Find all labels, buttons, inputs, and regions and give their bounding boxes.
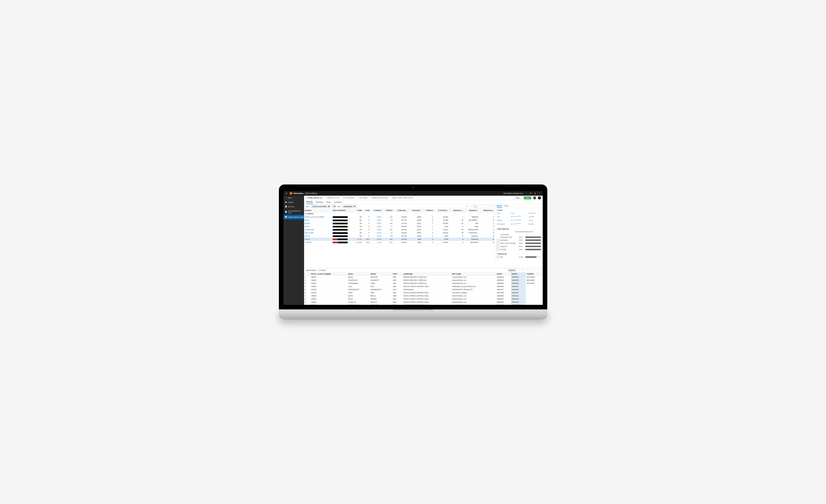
tab-results[interactable]: Results: [306, 201, 313, 204]
tab-definition[interactable]: Definition: [316, 201, 323, 204]
datatype-row[interactable]: varchar(255): [497, 233, 541, 236]
column-name[interactable]: CAMPNO: [304, 241, 332, 244]
col-header[interactable]: % Null: [354, 209, 363, 212]
save-button[interactable]: Save: [513, 196, 522, 199]
table-row[interactable]: YEAR 0% 0 0.43% 57 99.57% 13338 1 100% 4…: [304, 225, 495, 228]
preview-header[interactable]: CAMPNO: [526, 272, 542, 275]
datatype-checkbox[interactable]: [497, 239, 499, 241]
columns-group-header[interactable]: ▾Columns: [304, 212, 495, 215]
table-row[interactable]: CAMPNO 33.81% 4529 4.3% 576 61.89% 8290 …: [304, 241, 495, 244]
datatype-checkbox[interactable]: [497, 245, 499, 248]
datatype-row[interactable]: Integer(8)100%: [497, 245, 541, 248]
trend-header[interactable]: Trend: [497, 209, 541, 212]
datatypes-header[interactable]: Data Types (5): [497, 228, 541, 231]
preview-row[interactable]: 5C87002ARROWCRAFTARROWCRAFT1978SUSPENSIO…: [304, 288, 543, 291]
info-icon[interactable]: ⓘ: [532, 231, 534, 233]
preview-header[interactable]: CDATE: [511, 272, 526, 275]
col-header[interactable]: Maximum ...: [464, 209, 479, 212]
column-name[interactable]: MFR_NAME: [304, 231, 332, 235]
preview-row[interactable]: 2C85007CHEVROLETCELEBRITY1983SERVICE BRA…: [304, 279, 543, 282]
view-select[interactable]: Columns and Rules: [310, 205, 331, 208]
service-dropdown[interactable]: Data Profiling ▾: [305, 192, 317, 194]
help-icon[interactable]: ?: [538, 192, 541, 195]
sidebar-item-0[interactable]: ＋New...: [284, 196, 304, 200]
menu-icon[interactable]: ☰: [285, 192, 288, 195]
tab-rules-right[interactable]: Rules: [504, 205, 509, 208]
col-header[interactable]: Columns: [304, 209, 332, 212]
table-row[interactable]: ODATE 0% 0 5.27% 706 94.73% 12689 1 100%…: [304, 235, 495, 238]
pattern-checkbox[interactable]: [497, 256, 499, 258]
table-row[interactable]: CDATE 27.5% 3683 4.97% 666 67.53% 9046 2…: [304, 238, 495, 241]
view-select-2[interactable]: ▾: [332, 205, 336, 208]
col-header[interactable]: % Non-dist...: [393, 209, 408, 212]
col-header[interactable]: # Non-disti...: [408, 209, 422, 212]
user-icon[interactable]: ☰: [534, 192, 536, 195]
find-input[interactable]: [473, 205, 489, 208]
col-header[interactable]: # Null: [362, 209, 370, 212]
col-header[interactable]: Maximum L...: [449, 209, 464, 212]
preview-row[interactable]: 8C89001BUICKRIVIERA1984VEHICLE SPEED CON…: [304, 298, 543, 301]
with-select[interactable]: All Statistics: [342, 205, 356, 208]
preview-view1-icon[interactable]: ▭: [530, 269, 533, 271]
flag-icon[interactable]: ⚑: [529, 192, 532, 195]
col-header[interactable]: # Patterns: [422, 209, 434, 212]
queries-button[interactable]: Queries: [508, 269, 517, 272]
preview-view2-icon[interactable]: ▭: [534, 269, 537, 271]
close-button[interactable]: ✕: [538, 196, 541, 199]
column-name[interactable]: MODEL: [304, 222, 332, 225]
tab-schedule[interactable]: Schedule: [334, 201, 342, 204]
column-name[interactable]: ODATE: [304, 235, 332, 238]
sidebar-item-4[interactable]: 📊Profile_NHTSA_Data✕: [284, 215, 304, 219]
column-name[interactable]: NHTSA_ACTION_NUMBER: [304, 215, 332, 218]
preview-header[interactable]: MAKE: [347, 272, 369, 275]
table-row[interactable]: COMPNAME 0% 0 1.36% 182 98.64% 13213 7 4…: [304, 228, 495, 231]
col-header[interactable]: Value Distribution: [332, 209, 354, 212]
preview-row[interactable]: 7C89001BUICKREGAL1988VEHICLE SPEED CONTR…: [304, 294, 543, 298]
datatype-row[interactable]: Date(yyyymmdd)100%: [497, 236, 541, 239]
preview-row[interactable]: 1C85007BUICKCENTURY1982SERVICE BRAKES, H…: [304, 275, 543, 279]
sidebar-item-3[interactable]: 📄My Import/Export Logs: [284, 209, 304, 215]
table-row[interactable]: NHTSA_ACTION_NUMBER 0% 0 6.05% 810 93.95…: [304, 215, 495, 218]
preview-row[interactable]: 9C89001CADILLACSEVILLE1985VEHICLE SPEED …: [304, 301, 543, 304]
preview-filter-icon[interactable]: ▽: [522, 269, 525, 271]
column-name[interactable]: CDATE: [304, 238, 332, 241]
preview-row[interactable]: 10C89001OLDSMOBILECUTLASS1986VEHICLE SPE…: [304, 304, 543, 305]
preview-header[interactable]: YEAR: [392, 272, 402, 275]
col-header[interactable]: % Distinct: [370, 209, 382, 212]
datatype-row[interactable]: Fixed Length String(8)100%: [497, 242, 541, 245]
pattern-row[interactable]: 9(8)72.5%: [497, 255, 541, 258]
column-name[interactable]: YEAR: [304, 225, 332, 228]
preview-header[interactable]: COMPNAME: [402, 272, 451, 275]
datatype-checkbox[interactable]: [497, 248, 499, 251]
more-button[interactable]: •••: [533, 196, 536, 199]
patterns-header[interactable]: Patterns (2): [497, 252, 541, 255]
sidebar-item-2[interactable]: 📄My Jobs: [284, 204, 304, 209]
datatype-row[interactable]: String(8)100%: [497, 248, 541, 251]
table-row[interactable]: MFR_NAME 0% 0 0.19% 25 99.81% 13370 4 85…: [304, 231, 495, 235]
run-button[interactable]: Run: [524, 196, 531, 199]
preview-maximize-icon[interactable]: ⤢: [538, 269, 541, 271]
preview-header[interactable]: MODEL: [369, 272, 392, 275]
preview-header[interactable]: MFR_NAME: [451, 272, 496, 275]
col-header[interactable]: # Distinct: [382, 209, 393, 212]
table-row[interactable]: MODEL 0% 0 2.87% 384 97.13% 13011 7 56.8…: [304, 222, 495, 225]
notification-icon[interactable]: |: [525, 192, 528, 195]
filter-icon[interactable]: ▽: [469, 205, 472, 208]
org-dropdown[interactable]: Informatica Ireland Ltd ▾: [504, 192, 523, 194]
tab-details[interactable]: Details: [497, 205, 502, 208]
preview-row[interactable]: 6C87003FORDE3501984VEHICLE SPEED CONTROL…: [304, 291, 543, 294]
preview-header[interactable]: NHTSA_ACTION_NUMBER: [310, 272, 347, 275]
sort-icon[interactable]: ⇅: [466, 205, 468, 208]
tab-rules[interactable]: Rules: [326, 201, 331, 204]
column-name[interactable]: COMPNAME: [304, 228, 332, 231]
settings-icon[interactable]: ⚙: [491, 205, 493, 208]
col-header[interactable]: % of Top Pa...: [434, 209, 449, 212]
col-header[interactable]: Minimum Le...: [479, 209, 494, 212]
preview-row[interactable]: 4C86001AUDI50001980VEHICLE SPEED CONTROL…: [304, 285, 543, 288]
preview-header[interactable]: ODATE: [496, 272, 511, 275]
table-row[interactable]: MAKE 0% 0 0.26% 35 99.74% 13360 4 75.46%…: [304, 218, 495, 222]
datatype-row[interactable]: Decimal(8)100%: [497, 239, 541, 242]
preview-row[interactable]: 3C85007OLDSMOBILECIERA1983SERVICE BRAKES…: [304, 282, 543, 285]
column-name[interactable]: MAKE: [304, 218, 332, 222]
datatype-checkbox[interactable]: [497, 242, 499, 244]
